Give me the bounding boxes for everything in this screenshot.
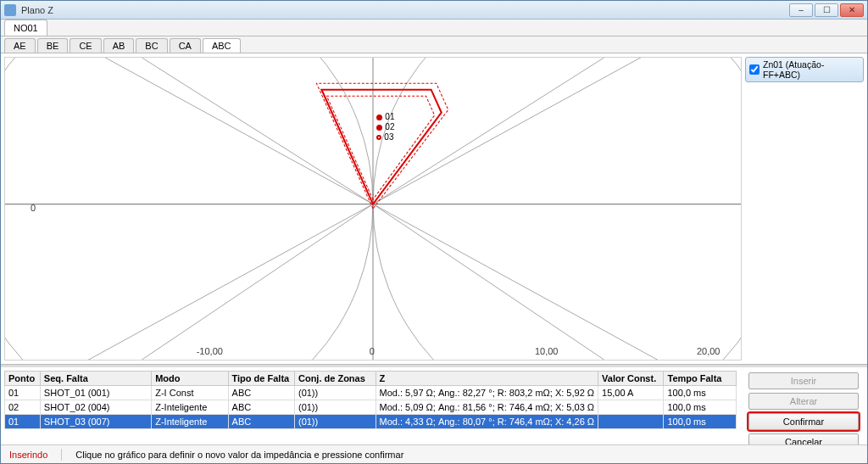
main-content: 0 -10,00 0 10,00 20,00 01 02 03 Zn01 (At… — [1, 53, 867, 365]
th-tempo: Tempo Falta — [664, 372, 737, 386]
table-row[interactable]: 02 SHOT_02 (004) Z-Inteligente ABC (01))… — [5, 400, 737, 415]
svg-line-8 — [373, 204, 604, 360]
impedance-plot[interactable]: 0 -10,00 0 10,00 20,00 01 02 03 — [4, 57, 742, 361]
table-row[interactable]: 01 SHOT_01 (001) Z-I Const ABC (01)) Mod… — [5, 386, 737, 400]
svg-line-6 — [373, 58, 604, 204]
legend-checkbox[interactable] — [749, 64, 760, 75]
point-label-01: 01 — [385, 112, 394, 122]
app-window: Plano Z – ☐ ✕ NO01 AE BE CE AB BC CA ABC — [0, 0, 868, 464]
x-tick-0: -10,00 — [197, 346, 223, 356]
svg-line-3 — [5, 58, 373, 204]
svg-line-5 — [5, 204, 373, 360]
insert-button[interactable]: Inserir — [748, 372, 859, 389]
x-tick-3: 20,00 — [697, 346, 721, 356]
action-buttons: Inserir Alterar Confirmar Cancelar — [740, 367, 867, 444]
edit-button[interactable]: Alterar — [748, 393, 859, 410]
legend-label: Zn01 (Atuação-FF+ABC) — [763, 59, 860, 80]
tab-abc[interactable]: ABC — [203, 38, 241, 53]
tab-ca[interactable]: CA — [170, 38, 201, 53]
bottom-panel: Ponto Seq. Falta Modo Tipo de Falta Conj… — [1, 365, 867, 444]
svg-marker-12 — [321, 90, 441, 204]
tab-ab[interactable]: AB — [103, 38, 135, 53]
table-row[interactable]: 01 SHOT_03 (007) Z-Inteligente ABC (01))… — [5, 415, 737, 429]
x-tick-2: 10,00 — [535, 346, 559, 356]
svg-point-11 — [373, 58, 741, 360]
status-mode: Inserindo — [9, 450, 47, 460]
titlebar: Plano Z – ☐ ✕ — [1, 1, 867, 20]
status-hint: Clique no gráfico para definir o novo va… — [75, 450, 403, 460]
legend-item-zn01[interactable]: Zn01 (Atuação-FF+ABC) — [745, 57, 864, 82]
svg-line-7 — [142, 58, 373, 204]
tabs-secondary: AE BE CE AB BC CA ABC — [1, 36, 867, 53]
maximize-button[interactable]: ☐ — [815, 3, 838, 17]
tab-ae[interactable]: AE — [4, 38, 36, 53]
svg-point-10 — [5, 58, 373, 360]
table-header-row: Ponto Seq. Falta Modo Tipo de Falta Conj… — [5, 372, 737, 386]
tabs-primary: NO01 — [1, 20, 867, 36]
y-axis-zero: 0 — [31, 203, 36, 213]
points-table-wrap: Ponto Seq. Falta Modo Tipo de Falta Conj… — [4, 371, 737, 441]
plot-svg — [5, 58, 741, 360]
tab-no01[interactable]: NO01 — [4, 20, 47, 36]
th-valor: Valor Const. — [598, 372, 664, 386]
window-buttons: – ☐ ✕ — [789, 3, 864, 17]
tab-bc[interactable]: BC — [136, 38, 167, 53]
tab-be[interactable]: BE — [37, 38, 69, 53]
points-table[interactable]: Ponto Seq. Falta Modo Tipo de Falta Conj… — [4, 371, 737, 429]
th-z: Z — [376, 372, 598, 386]
th-conj: Conj. de Zonas — [294, 372, 376, 386]
th-modo: Modo — [152, 372, 228, 386]
status-bar: Inserindo Clique no gráfico para definir… — [1, 444, 867, 463]
point-label-03: 03 — [384, 132, 393, 143]
point-label-02: 02 — [385, 122, 394, 132]
window-title: Plano Z — [21, 5, 53, 15]
svg-line-4 — [373, 204, 741, 360]
close-button[interactable]: ✕ — [840, 3, 864, 17]
th-seq: Seq. Falta — [40, 372, 151, 386]
legend-panel: Zn01 (Atuação-FF+ABC) — [745, 57, 864, 361]
svg-marker-14 — [316, 83, 448, 209]
minimize-button[interactable]: – — [789, 3, 813, 17]
x-tick-1: 0 — [370, 346, 375, 356]
confirm-button[interactable]: Confirmar — [748, 413, 859, 430]
plot-point-labels: 01 02 03 — [376, 112, 394, 143]
status-separator — [61, 449, 62, 461]
th-tipo: Tipo de Falta — [228, 372, 294, 386]
th-ponto: Ponto — [5, 372, 41, 386]
app-icon — [4, 4, 16, 16]
svg-line-9 — [142, 204, 373, 360]
tab-ce[interactable]: CE — [70, 38, 101, 53]
